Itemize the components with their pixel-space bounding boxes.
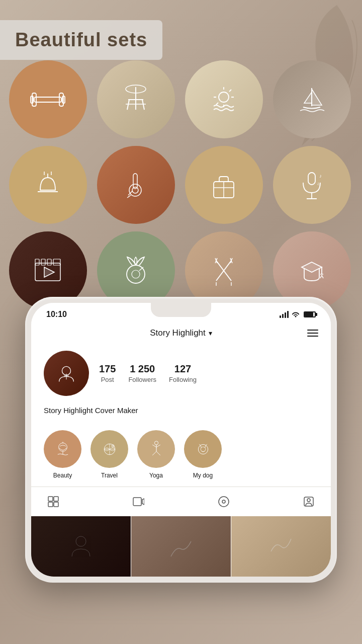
circle-sailboat[interactable]	[273, 60, 351, 138]
svg-marker-20	[304, 92, 312, 103]
highlight-dog[interactable]: My dog	[184, 430, 222, 479]
photo-cell-2	[131, 516, 231, 577]
svg-rect-44	[53, 259, 60, 265]
bottom-nav	[31, 487, 331, 516]
signal-bar-1	[280, 315, 281, 318]
svg-rect-26	[133, 174, 137, 189]
highlight-circle-travel	[90, 430, 128, 468]
signal-bars	[280, 311, 289, 318]
circle-beach-chair[interactable]	[97, 60, 175, 138]
highlight-label-travel: Travel	[101, 472, 118, 479]
circles-grid: ♪ ♫	[10, 60, 352, 309]
app-title[interactable]: Story Highlight ▾	[150, 328, 212, 338]
svg-rect-0	[34, 97, 61, 102]
svg-point-46	[132, 270, 140, 278]
highlight-label-beauty: Beauty	[53, 472, 72, 479]
profile-stats: 175 Post 1 250 Followers 127 Following	[99, 363, 318, 384]
highlight-circle-dog	[184, 430, 222, 468]
svg-rect-42	[41, 259, 45, 265]
nav-video-icon[interactable]	[131, 495, 145, 509]
signal-bar-3	[285, 312, 286, 318]
highlight-yoga[interactable]: Yoga	[137, 430, 175, 479]
svg-point-82	[76, 536, 86, 546]
nav-tag-icon[interactable]	[217, 495, 231, 509]
svg-rect-34	[308, 173, 315, 185]
status-icons	[280, 310, 316, 319]
stat-post: 175 Post	[99, 363, 116, 384]
menu-line-1	[307, 330, 318, 331]
svg-text:♫: ♫	[317, 182, 320, 186]
photo-strip	[31, 516, 331, 577]
username-text: Story Highlight Cover Maker	[44, 406, 138, 415]
svg-line-17	[216, 103, 218, 105]
menu-line-2	[307, 333, 318, 334]
svg-point-27	[129, 184, 141, 196]
following-label: Following	[169, 376, 197, 383]
app-title-text: Story Highlight	[150, 328, 206, 338]
svg-point-81	[307, 499, 310, 502]
svg-point-11	[219, 92, 229, 102]
circle-microphone[interactable]: ♪ ♫	[273, 146, 351, 224]
nav-grid-icon[interactable]	[46, 495, 60, 509]
username-section: Story Highlight Cover Maker	[31, 404, 331, 423]
phone-screen: 10:10	[31, 303, 331, 577]
highlight-beauty[interactable]: Beauty	[44, 430, 81, 479]
post-count: 175	[99, 363, 116, 375]
svg-point-70	[198, 444, 208, 454]
svg-rect-74	[48, 502, 53, 507]
menu-icon[interactable]	[307, 330, 318, 337]
status-bar: 10:10	[31, 303, 331, 323]
photo-cell-3	[231, 516, 331, 577]
wifi-icon	[292, 310, 300, 319]
highlight-circle-beauty	[44, 430, 81, 468]
menu-line-3	[307, 336, 318, 337]
svg-line-30	[127, 195, 131, 198]
app-header: Story Highlight ▾	[31, 323, 331, 343]
circle-dumbbell[interactable]	[9, 60, 87, 138]
circle-cooking[interactable]	[9, 146, 87, 224]
svg-marker-40	[44, 267, 54, 277]
svg-rect-43	[47, 259, 51, 265]
battery-fill	[305, 312, 313, 316]
post-label: Post	[101, 376, 114, 383]
circle-eye-makeup[interactable]	[97, 146, 175, 224]
followers-label: Followers	[128, 376, 156, 383]
highlight-label-yoga: Yoga	[149, 472, 163, 479]
circle-suitcase[interactable]	[185, 146, 263, 224]
profile-avatar[interactable]	[44, 351, 89, 396]
highlight-travel[interactable]: Travel	[90, 430, 128, 479]
highlight-circle-yoga	[137, 430, 175, 468]
highlight-label-dog: My dog	[193, 472, 213, 479]
notch	[151, 303, 211, 317]
circle-sunset-waves[interactable]	[185, 60, 263, 138]
svg-rect-41	[35, 259, 39, 265]
svg-line-9	[142, 100, 144, 110]
svg-rect-76	[133, 498, 141, 506]
nav-profile-icon[interactable]	[302, 495, 316, 509]
signal-bar-2	[282, 314, 284, 318]
photo-cell-1	[31, 516, 131, 577]
status-time: 10:10	[46, 310, 67, 319]
svg-rect-75	[54, 502, 58, 507]
svg-marker-19	[312, 89, 322, 105]
stat-following: 127 Following	[169, 363, 197, 384]
phone-frame: 10:10	[25, 297, 337, 583]
svg-marker-56	[302, 262, 322, 272]
svg-line-16	[229, 90, 231, 92]
svg-text:♪: ♪	[319, 173, 322, 179]
svg-rect-72	[48, 497, 53, 501]
highlights-section: Beauty Travel	[31, 423, 331, 487]
banner: Beautiful sets	[0, 20, 162, 60]
followers-count: 1 250	[128, 363, 156, 375]
phone-container: 10:10	[25, 297, 337, 583]
svg-line-8	[127, 100, 129, 110]
svg-point-79	[222, 500, 225, 503]
svg-marker-77	[142, 499, 144, 505]
svg-point-69	[154, 441, 158, 444]
stat-followers: 1 250 Followers	[128, 363, 156, 384]
svg-line-60	[322, 275, 323, 278]
profile-section: 175 Post 1 250 Followers 127 Following	[31, 343, 331, 404]
battery-icon	[304, 311, 316, 317]
following-count: 127	[169, 363, 197, 375]
signal-bar-4	[287, 311, 289, 318]
